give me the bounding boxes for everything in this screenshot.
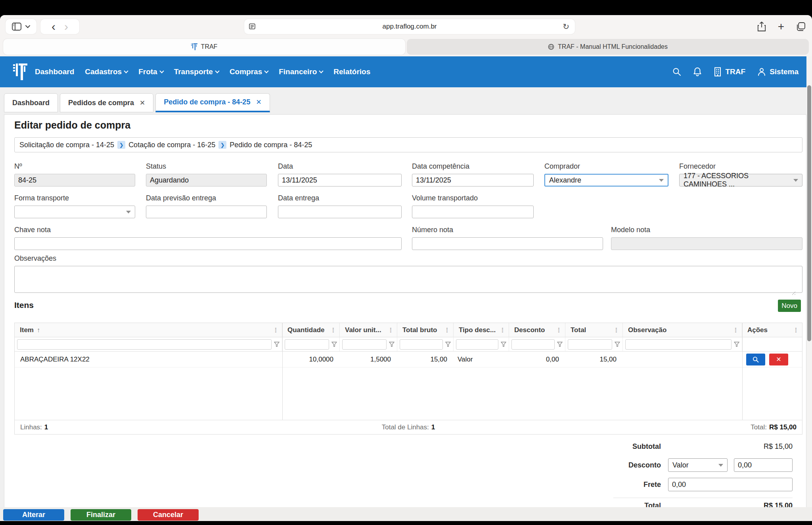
- column-menu-icon[interactable]: ⋮: [273, 327, 279, 334]
- column-menu-icon[interactable]: ⋮: [733, 327, 739, 334]
- breadcrumb-cotacao[interactable]: Cotação de compra - 16-25: [128, 141, 215, 149]
- notifications-bell-icon[interactable]: [693, 67, 702, 77]
- filter-funnel-icon[interactable]: [501, 342, 506, 347]
- menu-dashboard[interactable]: Dashboard: [35, 67, 74, 76]
- column-menu-icon[interactable]: ⋮: [500, 327, 506, 334]
- user-menu[interactable]: Sistema: [757, 67, 799, 76]
- data-previsao-field[interactable]: [146, 206, 267, 218]
- search-icon[interactable]: [672, 67, 681, 76]
- cell-desconto: 0,00: [509, 352, 565, 367]
- filter-observacao-input[interactable]: [625, 339, 732, 350]
- filter-tipo-desc-input[interactable]: [456, 339, 498, 350]
- menu-frota[interactable]: Frota: [138, 67, 163, 76]
- modelo-nota-label: Modelo nota: [611, 226, 802, 234]
- filter-funnel-icon[interactable]: [734, 342, 739, 347]
- magnifier-icon: [753, 356, 759, 363]
- chave-nota-label: Chave nota: [14, 226, 402, 234]
- breadcrumb-solicitacao[interactable]: Solicitação de compra - 14-25: [19, 141, 114, 149]
- chevron-right-icon: ❯: [218, 141, 226, 149]
- data-entrega-field[interactable]: [278, 206, 402, 218]
- filter-funnel-icon[interactable]: [389, 342, 395, 347]
- numero-nota-field[interactable]: [412, 237, 603, 250]
- data-competencia-field[interactable]: [412, 174, 534, 187]
- close-icon[interactable]: ✕: [256, 98, 261, 106]
- column-menu-icon[interactable]: ⋮: [330, 327, 336, 334]
- data-field[interactable]: [278, 174, 402, 187]
- menu-compras[interactable]: Compras: [230, 67, 268, 76]
- column-header-valor-unit[interactable]: Valor unit... ⋮: [340, 323, 397, 337]
- finalizar-button[interactable]: Finalizar: [71, 509, 131, 521]
- column-header-quantidade[interactable]: Quantidade ⋮: [282, 323, 340, 337]
- scrollbar-thumb[interactable]: [807, 85, 811, 341]
- url-text: app.traflog.com.br: [244, 23, 575, 31]
- menu-cadastros[interactable]: Cadastros: [85, 67, 128, 76]
- desconto-tipo-select[interactable]: Valor: [668, 458, 728, 472]
- tab-dashboard[interactable]: Dashboard: [4, 93, 58, 112]
- column-header-tipo-desc[interactable]: Tipo desc... ⋮: [454, 323, 509, 337]
- novo-item-button[interactable]: Novo: [778, 300, 801, 312]
- new-tab-button[interactable]: +: [778, 21, 784, 32]
- browser-tab-active[interactable]: TRAF: [3, 39, 405, 55]
- back-button[interactable]: ‹: [52, 21, 56, 33]
- filter-desconto-input[interactable]: [511, 339, 555, 350]
- chevron-right-icon: ❯: [117, 141, 125, 149]
- menu-transporte[interactable]: Transporte: [174, 67, 219, 76]
- total-linhas-label: Total de Linhas:1: [15, 423, 802, 431]
- page-title: Editar pedido de compra: [14, 119, 130, 131]
- forward-button[interactable]: ›: [64, 21, 68, 33]
- filter-total-input[interactable]: [568, 339, 612, 350]
- traf-logo[interactable]: [13, 63, 28, 81]
- sidebar-toggle-button[interactable]: [6, 19, 36, 34]
- desconto-valor-field[interactable]: [734, 458, 793, 472]
- filter-funnel-icon[interactable]: [615, 342, 620, 347]
- filter-funnel-icon[interactable]: [274, 342, 280, 347]
- tab-pedido-de-compra-84-25[interactable]: Pedido de compra - 84-25 ✕: [155, 93, 270, 112]
- filter-funnel-icon[interactable]: [445, 342, 451, 347]
- row-search-button[interactable]: [746, 354, 765, 365]
- chevron-down-icon: [25, 25, 30, 28]
- forma-transporte-select[interactable]: [14, 206, 135, 218]
- filter-total-bruto-input[interactable]: [400, 339, 443, 350]
- column-header-total[interactable]: Total ⋮: [565, 323, 623, 337]
- reload-icon[interactable]: ↻: [563, 22, 569, 31]
- column-menu-icon[interactable]: ⋮: [613, 327, 619, 334]
- filter-item-input[interactable]: [17, 339, 272, 350]
- close-icon[interactable]: ✕: [140, 99, 145, 107]
- tab-overview-icon[interactable]: [796, 22, 806, 31]
- column-menu-icon[interactable]: ⋮: [556, 327, 562, 334]
- column-menu-icon[interactable]: ⋮: [793, 327, 799, 334]
- row-delete-button[interactable]: ✕: [769, 354, 788, 365]
- filter-funnel-icon[interactable]: [557, 342, 563, 347]
- app-navbar: Dashboard Cadastros Frota Transporte Com…: [0, 56, 806, 87]
- menu-relatorios[interactable]: Relatórios: [333, 67, 370, 76]
- comprador-select[interactable]: Alexandre: [544, 174, 668, 187]
- filter-valor-unit-input[interactable]: [342, 339, 387, 350]
- company-selector[interactable]: TRAF: [714, 67, 745, 77]
- column-header-total-bruto[interactable]: Total bruto ⋮: [397, 323, 454, 337]
- volume-field[interactable]: [412, 206, 534, 218]
- company-label: TRAF: [725, 67, 745, 76]
- breadcrumb-pedido[interactable]: Pedido de compra - 84-25: [230, 141, 312, 149]
- browser-tab-inactive[interactable]: TRAF - Manual HTML Funcionalidades: [407, 39, 809, 55]
- column-header-desconto[interactable]: Desconto ⋮: [509, 323, 565, 337]
- observacoes-field[interactable]: [14, 266, 802, 293]
- share-icon[interactable]: [757, 21, 766, 32]
- address-bar[interactable]: app.traflog.com.br ↻: [244, 19, 575, 34]
- filter-quantidade-input[interactable]: [285, 339, 329, 350]
- column-menu-icon[interactable]: ⋮: [388, 327, 394, 334]
- column-header-observacao[interactable]: Observação ⋮: [623, 323, 742, 337]
- alterar-button[interactable]: Alterar: [3, 509, 64, 521]
- column-menu-icon[interactable]: ⋮: [444, 327, 450, 334]
- filter-funnel-icon[interactable]: [331, 342, 337, 347]
- browser-toolbar: ‹ › app.traflog.com.br ↻ +: [0, 15, 812, 38]
- chave-nota-field[interactable]: [14, 237, 402, 250]
- menu-financeiro[interactable]: Financeiro: [279, 67, 323, 76]
- scrollbar-track[interactable]: [806, 56, 812, 521]
- table-row[interactable]: ABRAÇADEIRA 12X22 10,0000 1,5000 15,00 V…: [15, 352, 802, 367]
- chevron-down-icon: [124, 69, 128, 73]
- cancelar-button[interactable]: Cancelar: [138, 509, 199, 521]
- frete-field[interactable]: [668, 478, 793, 491]
- tab-pedidos-de-compra[interactable]: Pedidos de compra ✕: [60, 93, 153, 112]
- fornecedor-select[interactable]: 177 - ACESSORIOS CAMINHOES ...: [679, 174, 802, 187]
- column-header-item[interactable]: Item↑ ⋮: [15, 323, 282, 337]
